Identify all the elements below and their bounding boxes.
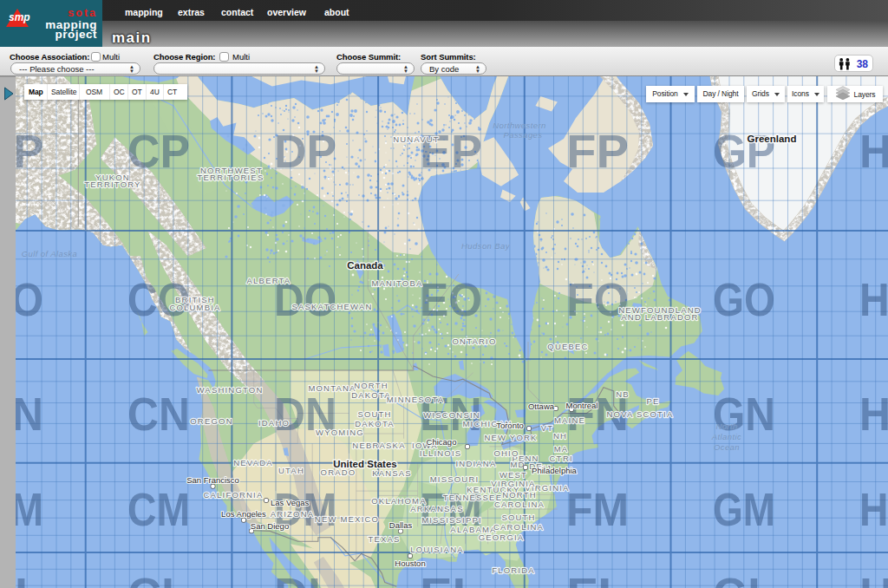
svg-text:ONTARIO: ONTARIO [453, 336, 497, 346]
svg-text:NORTH: NORTH [502, 490, 537, 500]
svg-text:GL: GL [713, 568, 775, 588]
svg-text:ARKANSAS: ARKANSAS [410, 504, 463, 513]
svg-text:TERRITORY: TERRITORY [84, 180, 140, 189]
svg-text:ARIZONA: ARIZONA [271, 509, 315, 519]
svg-text:Canada: Canada [347, 260, 383, 271]
svg-text:GEORGIA: GEORGIA [479, 532, 525, 542]
svg-text:UTAH: UTAH [278, 466, 304, 475]
svg-text:EO: EO [420, 273, 482, 325]
svg-text:ALBERTA: ALBERTA [247, 276, 291, 285]
svg-text:GP: GP [713, 125, 775, 177]
svg-text:CALIFORNIA: CALIFORNIA [203, 490, 263, 500]
svg-text:KANSAS: KANSAS [372, 468, 412, 478]
svg-text:Ottawa: Ottawa [528, 402, 555, 411]
svg-text:Los Angeles: Los Angeles [221, 509, 266, 519]
svg-text:San Diego: San Diego [251, 521, 289, 531]
svg-text:OHIO: OHIO [493, 448, 519, 458]
svg-text:FL: FL [566, 568, 629, 588]
svg-text:NEW YORK: NEW YORK [484, 433, 537, 442]
svg-text:NUNAVUT: NUNAVUT [393, 134, 440, 144]
svg-text:MAINE: MAINE [554, 415, 585, 425]
svg-text:DAKOTA: DAKOTA [351, 390, 391, 400]
svg-text:HL: HL [859, 568, 888, 588]
svg-text:WASHINGTON: WASHINGTON [197, 385, 264, 395]
svg-text:Ocean: Ocean [714, 442, 740, 452]
svg-text:OREGON: OREGON [190, 416, 232, 426]
svg-text:RI: RI [563, 454, 573, 463]
svg-text:MD: MD [510, 460, 525, 469]
svg-text:smp: smp [9, 11, 30, 23]
svg-text:NB: NB [616, 389, 630, 399]
svg-text:SASKATCHEWAN: SASKATCHEWAN [291, 302, 372, 311]
svg-text:CL: CL [127, 568, 190, 588]
svg-text:Toronto: Toronto [496, 421, 524, 430]
svg-text:CAROLINA: CAROLINA [494, 500, 545, 509]
svg-text:HN: HN [859, 388, 888, 440]
svg-text:Passages: Passages [504, 130, 543, 140]
svg-text:SOUTH: SOUTH [357, 409, 391, 419]
svg-text:DL: DL [274, 568, 336, 588]
svg-text:TERRITORIES: TERRITORIES [198, 173, 264, 182]
svg-text:VT: VT [541, 423, 554, 433]
svg-text:MISSISSIPPI: MISSISSIPPI [421, 515, 482, 525]
svg-text:CM: CM [127, 483, 190, 535]
svg-text:HO: HO [859, 273, 888, 325]
svg-text:LOUISIANA: LOUISIANA [410, 545, 463, 554]
svg-text:PE: PE [646, 396, 659, 406]
svg-text:IDAHO: IDAHO [258, 418, 290, 428]
svg-text:NEW MEXICO: NEW MEXICO [315, 514, 379, 524]
svg-text:Hudson Bay: Hudson Bay [461, 241, 511, 251]
svg-text:United States: United States [333, 459, 397, 469]
svg-text:Montreal: Montreal [566, 401, 598, 410]
svg-text:Gulf of Alaska: Gulf of Alaska [22, 249, 77, 258]
svg-text:NOVA SCOTIA: NOVA SCOTIA [607, 409, 674, 419]
svg-text:EL: EL [420, 568, 482, 588]
svg-text:VIRGINIA: VIRGINIA [491, 479, 535, 488]
svg-text:MISSOURI: MISSOURI [430, 474, 480, 484]
svg-text:Dallas: Dallas [389, 520, 413, 530]
svg-text:San Francisco: San Francisco [186, 475, 239, 485]
svg-text:NEBRASKA: NEBRASKA [352, 441, 405, 450]
svg-text:DP: DP [274, 125, 336, 177]
svg-text:HM: HM [859, 483, 888, 535]
svg-text:ILLINOIS: ILLINOIS [420, 448, 462, 458]
svg-text:NORTH: NORTH [354, 381, 388, 390]
svg-text:Philadelphia: Philadelphia [532, 466, 577, 475]
svg-text:NH: NH [553, 431, 567, 441]
svg-text:Atlantic: Atlantic [711, 432, 741, 441]
svg-text:GM: GM [713, 483, 775, 535]
svg-text:QUEBEC: QUEBEC [547, 342, 588, 351]
svg-text:TEXAS: TEXAS [368, 534, 400, 544]
svg-text:North: North [715, 421, 737, 431]
svg-text:MINNESOTA: MINNESOTA [387, 395, 445, 404]
svg-text:Las Vegas: Las Vegas [271, 498, 310, 507]
svg-text:SOUTH: SOUTH [501, 513, 535, 522]
svg-text:CN: CN [127, 388, 190, 440]
svg-text:HP: HP [859, 125, 888, 177]
svg-text:Houston: Houston [395, 559, 425, 568]
svg-text:AND LABRADOR: AND LABRADOR [621, 312, 698, 322]
svg-text:FP: FP [566, 125, 629, 177]
svg-text:FM: FM [566, 483, 629, 535]
svg-text:COLUMBIA: COLUMBIA [169, 303, 220, 312]
svg-text:FO: FO [566, 273, 629, 325]
svg-text:INDIANA: INDIANA [456, 459, 497, 468]
svg-text:Greenland: Greenland [748, 134, 797, 144]
svg-text:MANITOBA: MANITOBA [371, 278, 422, 288]
svg-text:WYOMING: WYOMING [316, 428, 364, 437]
svg-text:NEVADA: NEVADA [233, 458, 273, 467]
svg-text:CP: CP [127, 125, 190, 177]
svg-text:GO: GO [713, 273, 775, 325]
svg-text:Chicago: Chicago [427, 437, 457, 447]
svg-text:CAROLINA: CAROLINA [493, 522, 544, 532]
svg-text:Northwestern: Northwestern [493, 121, 545, 130]
svg-text:MA: MA [554, 444, 569, 454]
svg-text:EP: EP [420, 125, 482, 177]
svg-text:FLORIDA: FLORIDA [492, 565, 535, 575]
svg-text:MONTANA: MONTANA [308, 383, 356, 393]
svg-text:CT: CT [549, 454, 562, 463]
